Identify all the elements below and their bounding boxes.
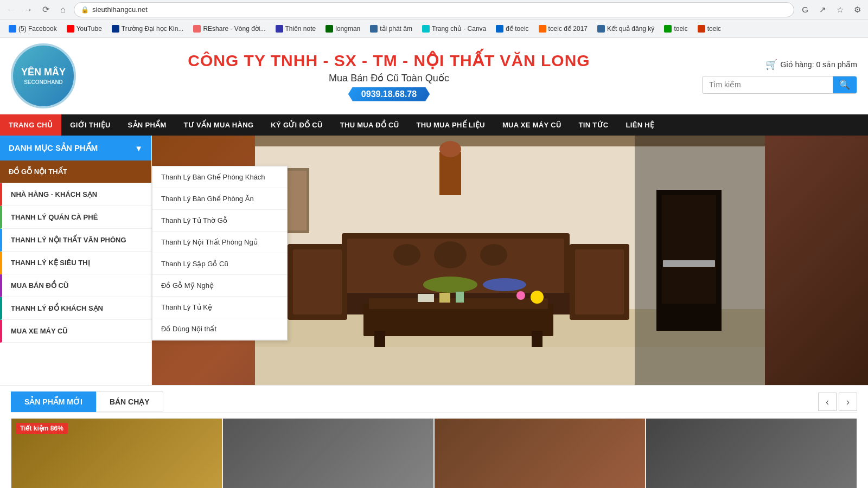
nav-item-phelieu[interactable]: THU MUA PHẾ LIỆU — [407, 114, 493, 136]
svg-rect-24 — [418, 294, 434, 302]
share-icon[interactable]: ↗ — [816, 3, 829, 16]
bookmark-label: Thiên note — [285, 25, 316, 33]
bookmark-icon[interactable]: ☆ — [833, 3, 846, 16]
dropdown-item-dodung[interactable]: Đồ Dùng Nội thất — [152, 318, 287, 340]
bookmark-item-1[interactable]: YouTube — [62, 24, 106, 34]
bookmark-item-0[interactable]: (5) Facebook — [4, 24, 61, 34]
back-button[interactable]: ← — [4, 3, 17, 16]
tab-nav-buttons: ‹ › — [818, 393, 857, 411]
address-bar[interactable]: 🔒 sieuthihangcu.net — [74, 2, 794, 17]
product-card-2[interactable] — [222, 418, 434, 488]
dropdown-item-sapgo[interactable]: Thanh Lý Sập Gỗ Cũ — [152, 253, 287, 275]
bookmark-label: Trang chủ - Canva — [432, 25, 486, 33]
bookmark-item-7[interactable]: Trang chủ - Canva — [418, 24, 490, 34]
sidebar-item-dogonoithat[interactable]: ĐỒ GỖ NỘI THẤT — [0, 160, 151, 183]
search-input[interactable] — [703, 77, 833, 92]
site-header: YÊN MÂY SECONDHAND CÔNG TY TNHH - SX - T… — [0, 38, 868, 114]
tab-sanpham-moi[interactable]: SẢN PHẨM MỚI — [11, 391, 96, 412]
cart-info[interactable]: 🛒 Giỏ hàng: 0 sản phẩm — [765, 59, 857, 70]
bookmark-item-5[interactable]: longman — [321, 24, 365, 34]
nav-item-sanpham[interactable]: SẢN PHẨM — [119, 114, 175, 136]
nav-item-trangchu[interactable]: TRANG CHỦ — [0, 114, 61, 136]
sidebar: DANH MỤC SẢN PHẨM ▼ ĐỒ GỖ NỘI THẤT NHÀ H… — [0, 136, 152, 385]
nav-item-tuvan[interactable]: TƯ VẤN MUA HÀNG — [175, 114, 263, 136]
bookmark-item-12[interactable]: toeic — [693, 24, 725, 34]
tab-next-button[interactable]: › — [839, 393, 857, 411]
cart-label: Giỏ hàng: 0 sản phẩm — [781, 60, 857, 69]
svg-rect-8 — [293, 249, 342, 314]
tab-prev-button[interactable]: ‹ — [818, 393, 837, 411]
bookmark-item-2[interactable]: Trường Đại học Kin... — [107, 24, 188, 34]
bookmark-favicon — [422, 25, 430, 33]
bookmark-label: toeic — [674, 25, 687, 33]
bookmark-item-10[interactable]: Kết quả đăng ký — [593, 24, 659, 34]
product-card-3[interactable] — [434, 418, 646, 488]
home-button[interactable]: ⌂ — [56, 3, 69, 16]
sidebar-item-label: THANH LÝ KỆ SIÊU THỊ — [11, 259, 90, 267]
svg-point-27 — [531, 291, 544, 304]
svg-rect-14 — [532, 331, 542, 347]
header-center: CÔNG TY TNHH - SX - TM - NỘI THẤT VĂN LO… — [87, 51, 691, 101]
dropdown-item-banghekhach[interactable]: Thanh Lý Bàn Ghế Phòng Khách — [152, 166, 287, 188]
lock-icon: 🔒 — [81, 6, 89, 14]
dropdown-item-tuke[interactable]: Thanh Lý Tủ Kệ — [152, 297, 287, 318]
bookmark-label: toeic — [707, 25, 721, 33]
svg-point-32 — [393, 244, 420, 266]
bookmark-label: toeic đề 2017 — [548, 25, 588, 33]
tab-ban-chay[interactable]: BÁN CHẠY — [96, 391, 163, 412]
svg-point-23 — [483, 278, 526, 291]
bookmark-favicon — [67, 25, 74, 33]
svg-rect-13 — [374, 331, 385, 347]
sidebar-item-nhahang[interactable]: NHÀ HÀNG - KHÁCH SẠN — [0, 183, 151, 206]
sidebar-item-vanphong[interactable]: THANH LÝ NỘI THẤT VĂN PHÒNG — [0, 229, 151, 252]
bookmark-favicon — [193, 25, 201, 33]
product-tabs: SẢN PHẨM MỚI BÁN CHẠY — [11, 391, 163, 412]
google-icon[interactable]: G — [799, 3, 812, 16]
bookmark-item-8[interactable]: đề toeic — [492, 24, 533, 34]
sidebar-item-label: MUA XE MÁY CŨ — [11, 327, 68, 335]
nav-item-xemay[interactable]: MUA XE MÁY CŨ — [494, 114, 570, 136]
logo[interactable]: YÊN MÂY SECONDHAND — [11, 43, 76, 108]
sidebar-item-quancafe[interactable]: THANH LÝ QUÁN CÀ PHÊ — [0, 206, 151, 229]
sidebar-item-kelesieuthi[interactable]: THANH LÝ KỆ SIÊU THỊ — [0, 252, 151, 274]
bookmark-item-9[interactable]: toeic đề 2017 — [534, 24, 592, 34]
bookmark-favicon — [597, 25, 605, 33]
url-text: sieuthihangcu.net — [92, 5, 787, 14]
dropdown-item-bangheanan[interactable]: Thanh Lý Bàn Ghế Phòng Ăn — [152, 188, 287, 210]
nav-item-thumua[interactable]: THU MUA ĐỒ CŨ — [331, 114, 408, 136]
nav-item-lienhe[interactable]: LIÊN HỆ — [617, 114, 663, 136]
nav-item-kygui[interactable]: KÝ GỬI ĐỒ CŨ — [262, 114, 331, 136]
dropdown-item-tutho[interactable]: Thanh Lý Tủ Thờ Gỗ — [152, 210, 287, 232]
phone-badge[interactable]: 0939.18.68.78 — [348, 87, 430, 101]
bookmark-favicon — [112, 25, 119, 33]
sidebar-item-xemaycuu[interactable]: MUA XE MÁY CŨ — [0, 320, 151, 343]
forward-button[interactable]: → — [22, 3, 35, 16]
nav-item-tintuc[interactable]: TIN TỨC — [570, 114, 617, 136]
bookmark-favicon — [496, 25, 503, 33]
search-button[interactable]: 🔍 — [833, 76, 857, 93]
bookmark-item-6[interactable]: tải phát âm — [366, 24, 417, 34]
bookmark-item-3[interactable]: REshare - Vòng đời... — [189, 24, 270, 34]
nav-item-gioithieu[interactable]: GIỚI THIỆU — [61, 114, 119, 136]
content-area: DANH MỤC SẢN PHẨM ▼ ĐỒ GỖ NỘI THẤT NHÀ H… — [0, 136, 868, 385]
extension-icon[interactable]: ⚙ — [851, 3, 864, 16]
bookmark-label: (5) Facebook — [18, 25, 57, 33]
product-card-4[interactable] — [646, 418, 857, 488]
bookmark-item-4[interactable]: Thiên note — [271, 24, 321, 34]
bookmark-favicon — [326, 25, 333, 33]
bookmark-label: Kết quả đăng ký — [607, 25, 654, 33]
main-nav: TRANG CHỦ GIỚI THIỆU SẢN PHẨM TƯ VẤN MUA… — [0, 114, 868, 136]
bookmark-label: Trường Đại học Kin... — [122, 25, 184, 33]
dropdown-item-phongngu[interactable]: Thanh Lý Nội Thất Phòng Ngủ — [152, 232, 287, 253]
sidebar-item-muabandocu[interactable]: MUA BÁN ĐỒ CŨ — [0, 274, 151, 297]
product-card-1[interactable]: Tiết kiệm 86% — [11, 418, 222, 488]
bookmark-item-11[interactable]: toeic — [660, 24, 692, 34]
sidebar-item-kachsan[interactable]: THANH LÝ ĐỒ KHÁCH SẠN — [0, 297, 151, 320]
bookmark-favicon — [9, 25, 16, 33]
sidebar-item-label: THANH LÝ QUÁN CÀ PHÊ — [11, 213, 98, 221]
dropdown-item-dogomynghe[interactable]: Đồ Gỗ Mỹ Nghệ — [152, 275, 287, 297]
reload-button[interactable]: ⟳ — [39, 3, 52, 16]
logo-sub-text: SECONDHAND — [24, 79, 63, 85]
svg-point-22 — [423, 277, 477, 293]
svg-point-21 — [439, 141, 461, 157]
